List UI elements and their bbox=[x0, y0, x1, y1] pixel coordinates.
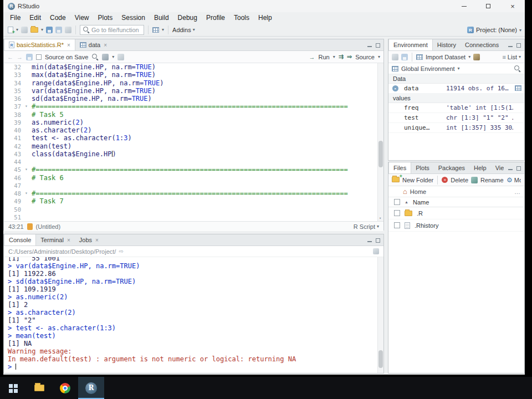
new-file-icon[interactable] bbox=[8, 27, 13, 33]
fold-icon[interactable]: ▾ bbox=[23, 166, 30, 173]
maximize-pane-icon[interactable] bbox=[376, 238, 380, 243]
source-tab-data[interactable]: data× bbox=[75, 39, 111, 50]
view-data-icon[interactable] bbox=[515, 85, 521, 91]
code-tools-icon[interactable] bbox=[102, 54, 109, 60]
new-folder-button[interactable]: New Folder bbox=[402, 177, 433, 183]
files-tab-files[interactable]: Files bbox=[388, 162, 411, 173]
maximize-pane-icon[interactable] bbox=[516, 43, 521, 48]
chevron-down-icon[interactable]: ▾ bbox=[378, 54, 380, 59]
editor-line[interactable]: 44 bbox=[4, 158, 383, 166]
chevron-down-icon[interactable]: ▾ bbox=[162, 27, 164, 32]
editor-line[interactable]: 36sd(data$Engine.HP, na.rm=TRUE) bbox=[4, 95, 383, 103]
chevron-down-icon[interactable]: ▾ bbox=[41, 27, 43, 32]
console-tab-jobs[interactable]: Jobs× bbox=[75, 234, 103, 245]
list-view-menu[interactable]: ≡ List ▾ bbox=[502, 54, 521, 60]
project-menu[interactable]: Project: (None) ▾ bbox=[467, 23, 521, 37]
minimize-button[interactable] bbox=[452, 0, 476, 12]
clear-console-icon[interactable] bbox=[373, 248, 379, 254]
menu-build[interactable]: Build bbox=[150, 13, 173, 23]
environment-scope[interactable]: Global Environment bbox=[401, 65, 455, 72]
editor-line[interactable]: 49# Task 7 bbox=[4, 197, 383, 205]
editor-line[interactable]: 46# Task 6 bbox=[4, 174, 383, 182]
file-type-menu[interactable]: R Script ▾ bbox=[354, 223, 379, 230]
find-icon[interactable] bbox=[91, 53, 99, 60]
close-icon[interactable]: × bbox=[95, 237, 99, 243]
editor-line[interactable]: 42mean(test) bbox=[4, 142, 383, 150]
editor-line[interactable]: 37▾#====================================… bbox=[4, 103, 383, 110]
code-editor[interactable]: 32min(data$Engine.HP, na.rm=TRUE)33max(d… bbox=[4, 63, 383, 221]
fold-icon[interactable]: ▾ bbox=[23, 190, 30, 197]
compile-report-icon[interactable] bbox=[117, 54, 124, 60]
editor-line[interactable]: 32min(data$Engine.HP, na.rm=TRUE) bbox=[4, 63, 383, 71]
source-on-save-checkbox[interactable] bbox=[36, 54, 42, 60]
environment-tab-environment[interactable]: Environment bbox=[388, 39, 433, 50]
close-button[interactable]: × bbox=[500, 0, 525, 12]
browse-directory-button[interactable]: … bbox=[514, 188, 521, 195]
editor-line[interactable]: 50 bbox=[4, 206, 383, 213]
source-button[interactable]: Source bbox=[355, 54, 375, 60]
maximize-button[interactable] bbox=[476, 0, 500, 12]
open-file-icon[interactable] bbox=[30, 27, 38, 33]
editor-line[interactable]: 51 bbox=[4, 213, 383, 221]
file-row-r[interactable]: .R bbox=[388, 207, 524, 219]
close-icon[interactable]: × bbox=[104, 42, 107, 48]
console-line[interactable]: > bbox=[8, 363, 383, 371]
search-icon[interactable] bbox=[514, 65, 521, 72]
chrome-taskbar-button[interactable] bbox=[52, 377, 78, 399]
editor-line[interactable]: 45▾#====================================… bbox=[4, 166, 383, 173]
print-icon[interactable] bbox=[65, 27, 71, 33]
console-output[interactable]: [1] 55 1001> var(data$Engine.HP, na.rm=T… bbox=[4, 257, 383, 373]
minimize-pane-icon[interactable] bbox=[508, 43, 513, 47]
console-scrollbar[interactable] bbox=[377, 257, 383, 373]
panes-layout-icon[interactable] bbox=[152, 27, 159, 33]
chevron-down-icon[interactable]: ▾ bbox=[333, 54, 335, 59]
editor-line[interactable]: 35var(data$Engine.HP, na.rm=TRUE) bbox=[4, 87, 383, 95]
editor-line[interactable]: 48▾#====================================… bbox=[4, 190, 383, 197]
menu-tools[interactable]: Tools bbox=[229, 13, 254, 23]
goto-file-box[interactable] bbox=[80, 25, 144, 35]
select-all-checkbox[interactable] bbox=[394, 199, 400, 205]
console-tab-terminal[interactable]: Terminal× bbox=[36, 234, 74, 245]
chevron-down-icon[interactable]: ▾ bbox=[468, 54, 470, 59]
load-workspace-icon[interactable] bbox=[392, 54, 398, 60]
close-icon[interactable]: × bbox=[67, 237, 70, 243]
menu-view[interactable]: View bbox=[70, 13, 94, 23]
save-icon[interactable] bbox=[26, 54, 33, 60]
save-workspace-icon[interactable] bbox=[401, 54, 408, 60]
maximize-pane-icon[interactable] bbox=[376, 43, 380, 48]
chevron-down-icon[interactable]: ▾ bbox=[458, 66, 460, 71]
goto-file-input[interactable] bbox=[91, 27, 140, 33]
console-tab-console[interactable]: Console bbox=[4, 234, 36, 245]
column-name-header[interactable]: Name bbox=[413, 199, 429, 206]
environment-tab-history[interactable]: History bbox=[433, 39, 461, 50]
import-dataset-button[interactable]: Import Dataset bbox=[426, 54, 466, 60]
document-label[interactable]: (Untitled) bbox=[36, 223, 61, 230]
files-tab-plots[interactable]: Plots bbox=[411, 162, 433, 173]
files-tab-help[interactable]: Help bbox=[469, 162, 491, 173]
menu-session[interactable]: Session bbox=[117, 13, 150, 23]
goto-dir-icon[interactable]: ⇨ bbox=[119, 248, 123, 254]
file-row-rhistory[interactable]: .Rhistory bbox=[388, 219, 524, 232]
save-all-icon[interactable] bbox=[55, 27, 62, 33]
row-checkbox[interactable] bbox=[394, 210, 400, 216]
more-menu[interactable]: ⚙ More bbox=[507, 177, 521, 183]
editor-scrollbar[interactable]: ▾ bbox=[377, 63, 383, 221]
menu-debug[interactable]: Debug bbox=[173, 13, 202, 23]
menu-code[interactable]: Code bbox=[45, 13, 70, 23]
editor-line[interactable]: 40as.character(2) bbox=[4, 126, 383, 134]
menu-edit[interactable]: Edit bbox=[25, 13, 45, 23]
environment-tab-connections[interactable]: Connections bbox=[461, 39, 503, 50]
clear-objects-icon[interactable] bbox=[473, 54, 480, 60]
fold-icon[interactable]: ▾ bbox=[23, 103, 30, 110]
source-tab-basicstatisticsr[interactable]: basicStatistics.R*× bbox=[4, 39, 75, 50]
run-button[interactable]: Run bbox=[318, 54, 329, 60]
scrollbar-thumb[interactable] bbox=[378, 141, 383, 167]
expand-icon[interactable]: ▸ bbox=[392, 85, 398, 91]
editor-line[interactable]: 38# Task 5 bbox=[4, 111, 383, 119]
delete-button[interactable]: Delete bbox=[451, 177, 468, 183]
menu-profile[interactable]: Profile bbox=[202, 13, 229, 23]
env-item-test[interactable]: testchr [1:3] "1" "2" … bbox=[388, 113, 524, 123]
files-tab-packages[interactable]: Packages bbox=[434, 162, 469, 173]
editor-line[interactable]: 39as.numeric(2) bbox=[4, 119, 383, 126]
new-project-icon[interactable] bbox=[21, 27, 28, 33]
